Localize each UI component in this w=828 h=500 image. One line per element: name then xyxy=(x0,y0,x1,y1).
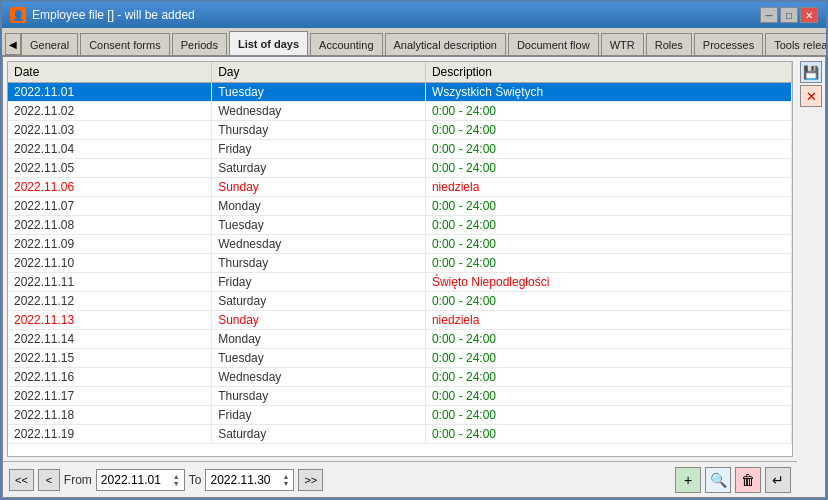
cell-day: Wednesday xyxy=(212,368,426,387)
cell-day: Tuesday xyxy=(212,83,426,102)
table-row[interactable]: 2022.11.09Wednesday0:00 - 24:00 xyxy=(8,235,792,254)
add-button[interactable]: + xyxy=(675,467,701,493)
table-row[interactable]: 2022.11.05Saturday0:00 - 24:00 xyxy=(8,159,792,178)
table-row[interactable]: 2022.11.14Monday0:00 - 24:00 xyxy=(8,330,792,349)
arrow-button[interactable]: ↵ xyxy=(765,467,791,493)
tabs-bar: ◀ GeneralConsent formsPeriodsList of day… xyxy=(2,28,826,57)
tab-listofdays[interactable]: List of days xyxy=(229,31,308,55)
cell-date: 2022.11.13 xyxy=(8,311,212,330)
cell-date: 2022.11.01 xyxy=(8,83,212,102)
cell-day: Monday xyxy=(212,330,426,349)
from-date-input[interactable]: ▲ ▼ xyxy=(96,469,185,491)
close-button[interactable]: ✕ xyxy=(800,7,818,23)
prev-button[interactable]: < xyxy=(38,469,60,491)
to-spin-buttons[interactable]: ▲ ▼ xyxy=(282,473,289,487)
tab-accounting[interactable]: Accounting xyxy=(310,33,382,55)
table-row[interactable]: 2022.11.01TuesdayWszystkich Świętych xyxy=(8,83,792,102)
table-row[interactable]: 2022.11.17Thursday0:00 - 24:00 xyxy=(8,387,792,406)
table-row[interactable]: 2022.11.03Thursday0:00 - 24:00 xyxy=(8,121,792,140)
cell-description: Święto Niepodległości xyxy=(425,273,791,292)
tab-analytical[interactable]: Analytical description xyxy=(385,33,506,55)
table-row[interactable]: 2022.11.13Sundayniedziela xyxy=(8,311,792,330)
table-row[interactable]: 2022.11.11FridayŚwięto Niepodległości xyxy=(8,273,792,292)
app-icon: 👤 xyxy=(10,7,26,23)
table-row[interactable]: 2022.11.08Tuesday0:00 - 24:00 xyxy=(8,216,792,235)
save-button[interactable]: 💾 xyxy=(800,61,822,83)
table-row[interactable]: 2022.11.02Wednesday0:00 - 24:00 xyxy=(8,102,792,121)
from-spin-buttons[interactable]: ▲ ▼ xyxy=(173,473,180,487)
to-date-field[interactable] xyxy=(210,473,280,487)
cell-description: 0:00 - 24:00 xyxy=(425,425,791,444)
tab-periods[interactable]: Periods xyxy=(172,33,227,55)
cell-day: Thursday xyxy=(212,387,426,406)
next-button[interactable]: >> xyxy=(298,469,323,491)
cell-day: Tuesday xyxy=(212,216,426,235)
tab-scroll-left[interactable]: ◀ xyxy=(5,33,21,55)
to-date-input[interactable]: ▲ ▼ xyxy=(205,469,294,491)
delete-button[interactable]: 🗑 xyxy=(735,467,761,493)
cell-date: 2022.11.09 xyxy=(8,235,212,254)
minimize-button[interactable]: ─ xyxy=(760,7,778,23)
search-button[interactable]: 🔍 xyxy=(705,467,731,493)
table-row[interactable]: 2022.11.12Saturday0:00 - 24:00 xyxy=(8,292,792,311)
cell-date: 2022.11.19 xyxy=(8,425,212,444)
maximize-button[interactable]: □ xyxy=(780,7,798,23)
table-header-row: Date Day Description xyxy=(8,62,792,83)
cell-description: niedziela xyxy=(425,178,791,197)
titlebar-left: 👤 Employee file [] - will be added xyxy=(10,7,195,23)
right-delete-button[interactable]: ✕ xyxy=(800,85,822,107)
cell-description: 0:00 - 24:00 xyxy=(425,406,791,425)
tab-wtr[interactable]: WTR xyxy=(601,33,644,55)
from-spin-up[interactable]: ▲ xyxy=(173,473,180,480)
cell-description: Wszystkich Świętych xyxy=(425,83,791,102)
cell-day: Friday xyxy=(212,406,426,425)
days-table-wrapper: Date Day Description 2022.11.01TuesdayWs… xyxy=(7,61,793,457)
right-buttons: 💾 ✕ xyxy=(797,57,825,497)
cell-day: Friday xyxy=(212,273,426,292)
tab-docflow[interactable]: Document flow xyxy=(508,33,599,55)
cell-description: 0:00 - 24:00 xyxy=(425,216,791,235)
cell-description: 0:00 - 24:00 xyxy=(425,197,791,216)
table-scroll[interactable]: Date Day Description 2022.11.01TuesdayWs… xyxy=(8,62,792,456)
days-table: Date Day Description 2022.11.01TuesdayWs… xyxy=(8,62,792,444)
to-spin-up[interactable]: ▲ xyxy=(282,473,289,480)
cell-date: 2022.11.08 xyxy=(8,216,212,235)
main-window: 👤 Employee file [] - will be added ─ □ ✕… xyxy=(0,0,828,500)
cell-day: Saturday xyxy=(212,159,426,178)
table-row[interactable]: 2022.11.04Friday0:00 - 24:00 xyxy=(8,140,792,159)
from-date-field[interactable] xyxy=(101,473,171,487)
table-row[interactable]: 2022.11.16Wednesday0:00 - 24:00 xyxy=(8,368,792,387)
tab-roles[interactable]: Roles xyxy=(646,33,692,55)
cell-day: Thursday xyxy=(212,254,426,273)
to-spin-down[interactable]: ▼ xyxy=(282,480,289,487)
cell-day: Sunday xyxy=(212,311,426,330)
cell-description: 0:00 - 24:00 xyxy=(425,368,791,387)
cell-date: 2022.11.06 xyxy=(8,178,212,197)
content-area: Date Day Description 2022.11.01TuesdayWs… xyxy=(3,57,797,497)
tab-consent[interactable]: Consent forms xyxy=(80,33,170,55)
table-row[interactable]: 2022.11.18Friday0:00 - 24:00 xyxy=(8,406,792,425)
cell-date: 2022.11.15 xyxy=(8,349,212,368)
table-row[interactable]: 2022.11.19Saturday0:00 - 24:00 xyxy=(8,425,792,444)
table-row[interactable]: 2022.11.07Monday0:00 - 24:00 xyxy=(8,197,792,216)
window-controls: ─ □ ✕ xyxy=(760,7,818,23)
cell-date: 2022.11.04 xyxy=(8,140,212,159)
cell-description: 0:00 - 24:00 xyxy=(425,387,791,406)
titlebar: 👤 Employee file [] - will be added ─ □ ✕ xyxy=(2,2,826,28)
cell-day: Saturday xyxy=(212,292,426,311)
table-row[interactable]: 2022.11.15Tuesday0:00 - 24:00 xyxy=(8,349,792,368)
cell-date: 2022.11.12 xyxy=(8,292,212,311)
bottom-bar: << < From ▲ ▼ To ▲ ▼ xyxy=(3,461,797,497)
cell-date: 2022.11.18 xyxy=(8,406,212,425)
tab-processes[interactable]: Processes xyxy=(694,33,763,55)
from-spin-down[interactable]: ▼ xyxy=(173,480,180,487)
prev-prev-button[interactable]: << xyxy=(9,469,34,491)
cell-date: 2022.11.05 xyxy=(8,159,212,178)
cell-day: Friday xyxy=(212,140,426,159)
cell-description: 0:00 - 24:00 xyxy=(425,159,791,178)
tab-tools[interactable]: Tools released xyxy=(765,33,826,55)
table-row[interactable]: 2022.11.06Sundayniedziela xyxy=(8,178,792,197)
cell-description: niedziela xyxy=(425,311,791,330)
tab-general[interactable]: General xyxy=(21,33,78,55)
table-row[interactable]: 2022.11.10Thursday0:00 - 24:00 xyxy=(8,254,792,273)
